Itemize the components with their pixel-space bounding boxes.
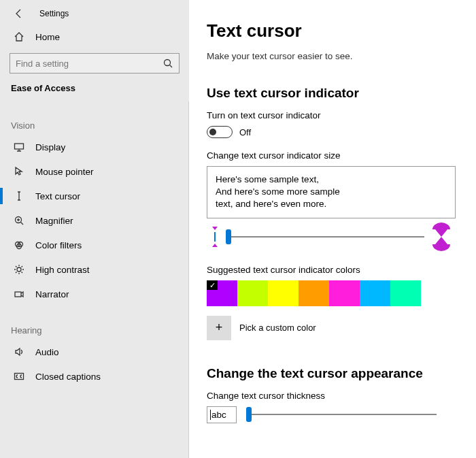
sidebar: Settings Home Ease of Access Vision Disp… [0,0,189,458]
magnifier-icon [14,215,24,226]
indicator-size-max-icon [431,223,452,251]
size-label: Change text cursor indicator size [207,150,456,161]
sidebar-item-mouse[interactable]: Mouse pointer [0,159,188,184]
home-icon [14,31,24,42]
thickness-slider[interactable] [246,414,437,415]
narrator-icon [14,289,24,299]
mouse-pointer-icon [14,166,24,177]
indicator-size-min-icon [211,232,219,242]
back-icon[interactable] [14,8,24,19]
section-appearance-heading: Change the text cursor appearance [207,366,456,381]
sidebar-item-highcontrast[interactable]: High contrast [0,257,188,282]
audio-icon [14,346,24,357]
color-swatches [207,280,456,306]
closed-captions-icon [14,371,24,382]
search-icon [163,58,173,69]
sidebar-item-label: Narrator [35,289,69,299]
sidebar-item-label: Closed captions [35,372,101,382]
group-hearing: Hearing [0,306,188,340]
sidebar-item-display[interactable]: Display [0,135,188,159]
thickness-label: Change text cursor thickness [207,391,456,401]
colors-label: Suggested text cursor indicator colors [207,265,456,275]
sample-line: Here's some sample text, [216,174,319,184]
sample-line: And here's some more sample [216,186,340,197]
sidebar-item-closedcaptions[interactable]: Closed captions [0,364,188,389]
svg-rect-7 [15,292,21,297]
sidebar-item-textcursor[interactable]: Text cursor [0,184,188,208]
section-indicator-heading: Use text cursor indicator [207,86,456,101]
app-title: Settings [39,9,69,18]
sidebar-item-label: Mouse pointer [35,167,94,177]
main-content: Text cursor Make your text cursor easier… [189,0,476,458]
group-vision: Vision [0,101,188,135]
custom-color-label: Pick a custom color [239,323,316,333]
display-icon [14,142,24,152]
thickness-preview: abc [207,406,237,423]
svg-rect-1 [15,144,24,149]
sidebar-item-label: Text cursor [35,191,80,201]
sample-line: text, and here's even more. [216,199,326,209]
indicator-toggle[interactable] [207,126,233,138]
color-swatch[interactable] [237,280,268,306]
category-label: Ease of Access [0,83,189,101]
color-swatch[interactable] [299,280,329,306]
sidebar-item-narrator[interactable]: Narrator [0,282,188,306]
toggle-value: Off [239,127,251,137]
sidebar-item-label: High contrast [35,265,90,275]
color-swatch[interactable] [268,280,299,306]
sidebar-item-colorfilters[interactable]: Color filters [0,233,188,257]
custom-color-button[interactable]: + [207,316,231,340]
home-label: Home [35,32,60,42]
color-swatch[interactable] [360,280,390,306]
svg-point-0 [165,60,171,66]
text-cursor-icon [14,191,24,201]
color-swatch[interactable] [390,280,421,306]
color-swatch[interactable] [329,280,360,306]
home-button[interactable]: Home [0,26,189,48]
color-filters-icon [14,240,24,250]
sidebar-item-label: Magnifier [35,216,73,226]
page-title: Text cursor [207,20,456,42]
indicator-size-slider[interactable] [226,236,424,238]
sidebar-item-audio[interactable]: Audio [0,340,188,364]
high-contrast-icon [14,264,24,275]
plus-icon: + [216,321,223,335]
page-subtitle: Make your text cursor easier to see. [207,51,456,61]
abc-text: abc [211,410,226,420]
search-input[interactable] [10,53,180,73]
sidebar-item-magnifier[interactable]: Magnifier [0,208,188,233]
sidebar-item-label: Display [35,142,65,152]
sidebar-item-label: Audio [35,347,59,357]
svg-point-6 [17,267,21,272]
search-field[interactable] [16,59,163,69]
sidebar-item-label: Color filters [35,240,82,250]
toggle-label: Turn on text cursor indicator [207,110,456,120]
sample-text-box: Here's some sample text, And here's some… [207,166,456,218]
color-swatch[interactable] [207,280,237,306]
